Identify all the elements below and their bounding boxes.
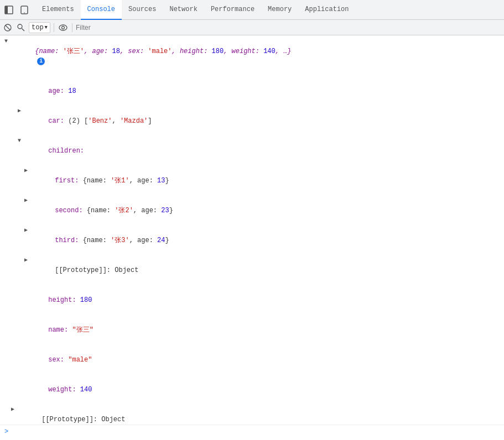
list-item[interactable]: [[Prototype]]: Object [0, 255, 504, 285]
list-item: sex: "male" [0, 345, 504, 375]
tab-application[interactable]: Application [298, 0, 355, 20]
context-selector[interactable]: top ▼ [29, 22, 50, 33]
tab-memory[interactable]: Memory [261, 0, 298, 20]
toolbar: top ▼ [0, 20, 504, 35]
list-item[interactable]: first: {name: '张1', age: 13} [0, 166, 504, 196]
mobile-icon[interactable] [18, 3, 31, 17]
expand-icon[interactable] [4, 36, 11, 46]
property-children: children: [24, 136, 502, 166]
console-input[interactable] [11, 428, 500, 436]
context-label: top [32, 24, 44, 32]
property-age: age: 18 [24, 76, 502, 106]
expand-icon[interactable] [18, 106, 24, 116]
property-third: third: {name: '张3', age: 24} [31, 226, 502, 255]
tab-console[interactable]: Console [81, 0, 122, 20]
svg-line-5 [6, 25, 10, 30]
dock-icon[interactable] [2, 3, 15, 17]
filter-icon-button[interactable] [15, 22, 27, 33]
list-item: name: "张三" [0, 315, 504, 345]
property-first: first: {name: '张1', age: 13} [31, 166, 502, 196]
console-prompt[interactable]: > [0, 425, 504, 438]
prototype-obj1: [[Prototype]]: Object [18, 405, 502, 425]
toolbar-divider [54, 23, 54, 32]
list-item[interactable]: second: {name: '张2', age: 23} [0, 196, 504, 226]
property-height: height: 180 [24, 285, 502, 315]
list-item: age: 18 [0, 76, 504, 106]
list-item[interactable]: third: {name: '张3', age: 24} [0, 226, 504, 255]
property-sex: sex: "male" [24, 345, 502, 375]
tab-sources[interactable]: Sources [122, 0, 163, 20]
svg-point-3 [24, 12, 25, 13]
list-item[interactable]: {name: '张三', age: 18, sex: 'male', heigh… [0, 36, 504, 76]
property-second: second: {name: '张2', age: 23} [31, 196, 502, 226]
svg-point-6 [18, 24, 22, 29]
clear-console-button[interactable] [2, 22, 13, 33]
svg-point-9 [62, 26, 65, 29]
svg-rect-1 [5, 6, 8, 14]
dropdown-arrow-icon: ▼ [45, 25, 48, 30]
tab-network[interactable]: Network [163, 0, 204, 20]
info-icon[interactable]: i [37, 57, 45, 65]
list-item[interactable]: car: (2) ['Benz', 'Mazda'] [0, 106, 504, 136]
property-prototype: [[Prototype]]: Object [31, 255, 502, 285]
expand-icon[interactable] [24, 166, 31, 176]
list-item: weight: 140 [0, 375, 504, 405]
property-name: name: "张三" [24, 315, 502, 345]
expand-icon[interactable] [24, 255, 31, 265]
object-summary: {name: '张三', age: 18, sex: 'male', heigh… [11, 36, 502, 76]
expand-icon[interactable] [11, 405, 18, 415]
svg-line-7 [22, 28, 25, 31]
filter-input[interactable] [76, 22, 502, 33]
list-item[interactable]: [[Prototype]]: Object [0, 405, 504, 425]
expand-icon[interactable] [24, 196, 31, 206]
property-weight: weight: 140 [24, 375, 502, 405]
expand-icon[interactable] [18, 136, 24, 146]
tab-bar: Elements Console Sources Network Perform… [0, 0, 504, 20]
expand-icon[interactable] [24, 226, 31, 235]
tab-icons [2, 3, 31, 17]
svg-point-8 [59, 25, 67, 30]
tab-performance[interactable]: Performance [204, 0, 261, 20]
eye-button[interactable] [58, 22, 69, 33]
list-item[interactable]: children: [0, 136, 504, 166]
list-item: height: 180 [0, 285, 504, 315]
toolbar-divider-2 [72, 23, 72, 32]
tab-elements[interactable]: Elements [35, 0, 81, 20]
prompt-arrow-icon: > [4, 428, 8, 436]
console-output: {name: '张三', age: 18, sex: 'male', heigh… [0, 35, 504, 425]
property-car: car: (2) ['Benz', 'Mazda'] [24, 106, 502, 136]
